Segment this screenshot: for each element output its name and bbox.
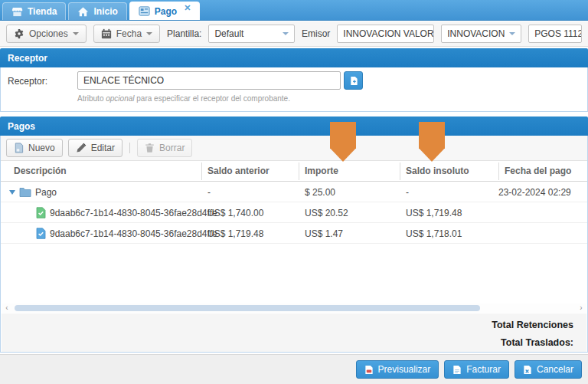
column-separator	[299, 162, 299, 180]
document-check-blue-icon	[36, 228, 46, 239]
nuevo-label: Nuevo	[28, 143, 55, 153]
row-importe: $ 25.00	[305, 187, 335, 198]
receptor-panel-title: Receptor	[8, 53, 47, 64]
column-separator	[201, 162, 202, 180]
pencil-icon	[76, 143, 87, 153]
chevron-down-icon	[283, 32, 289, 35]
tab-inicio[interactable]: Inicio	[68, 2, 126, 20]
column-separator	[498, 162, 499, 180]
previsualizar-label: Previsualizar	[378, 364, 431, 375]
footer-button-bar: Previsualizar Facturar Cancelar	[0, 354, 588, 384]
previsualizar-button[interactable]: Previsualizar	[356, 360, 439, 379]
row-saldo-insoluto: US$ 1,718.01	[406, 228, 462, 239]
table-row-documento-2[interactable]: 9daab6c7-1b14-4830-8045-36fae28d4ffe US$…	[1, 223, 587, 244]
plantilla-value: Default	[214, 28, 243, 39]
grid-header-row: Descripción Saldo anterior Importe Saldo…	[1, 161, 587, 182]
row-description: Pago	[35, 187, 57, 198]
main-toolbar: Opciones Fecha Plantilla: Default Emisor…	[0, 21, 588, 47]
horizontal-scrollbar[interactable]: ‹ ›	[2, 304, 586, 313]
store-icon	[11, 6, 23, 18]
borrar-label: Borrar	[159, 143, 185, 153]
folder-icon	[19, 187, 31, 197]
tab-label: Pago	[155, 6, 177, 17]
sucursal-combobox[interactable]: INNOVACION MATRIZ	[441, 25, 521, 43]
scrollbar-track[interactable]	[11, 304, 577, 312]
invoice-document-icon	[452, 365, 462, 375]
row-fecha-del-pago: 23-02-2024 02:29	[498, 187, 571, 198]
row-saldo-insoluto: -	[406, 187, 409, 198]
chevron-down-icon	[509, 32, 515, 35]
scroll-left-icon[interactable]: ‹	[2, 304, 11, 312]
total-traslados-label: Total Traslados:	[501, 337, 573, 348]
cancelar-button[interactable]: Cancelar	[514, 360, 582, 379]
tab-close-icon[interactable]: ✕	[184, 3, 191, 13]
receptor-helper-text: Atributo opcional para especificar el re…	[77, 94, 290, 103]
column-header-saldo-insoluto[interactable]: Saldo insoluto	[406, 166, 469, 176]
row-saldo-anterior: -	[207, 187, 211, 198]
facturar-label: Facturar	[466, 364, 501, 375]
pagos-panel-title: Pagos	[8, 121, 35, 132]
fecha-button[interactable]: Fecha	[93, 25, 160, 43]
column-header-saldo-anterior[interactable]: Saldo anterior	[207, 166, 270, 176]
nuevo-button[interactable]: Nuevo	[6, 139, 63, 157]
fecha-label: Fecha	[116, 28, 142, 39]
table-row-documento-1[interactable]: 9daab6c7-1b14-4830-8045-36fae28d4ffe US$…	[1, 202, 587, 223]
toolbar-separator	[129, 143, 130, 153]
row-importe: US$ 1.47	[305, 228, 343, 239]
opciones-label: Opciones	[29, 28, 68, 39]
column-header-importe[interactable]: Importe	[305, 166, 338, 176]
table-row-pago[interactable]: Pago - $ 25.00 - 23-02-2024 02:29	[1, 182, 587, 202]
row-saldo-anterior: US$ 1,719.48	[207, 228, 263, 239]
add-receptor-button[interactable]	[344, 71, 363, 90]
scroll-right-icon[interactable]: ›	[577, 304, 586, 312]
receptor-panel: Receptor Receptor: Atributo opcional par…	[0, 48, 588, 112]
trash-icon	[145, 143, 155, 153]
scrollbar-thumb[interactable]	[15, 305, 480, 311]
totals-summary: Total Retenciones Total Traslados: Total…	[2, 313, 586, 353]
opciones-button[interactable]: Opciones	[6, 25, 87, 43]
pagos-panel-header: Pagos	[0, 117, 588, 136]
emisor-combobox[interactable]: INNOVACION VALOR	[337, 25, 434, 43]
add-document-icon	[349, 76, 358, 86]
chevron-down-icon	[146, 32, 152, 35]
cancelar-label: Cancelar	[537, 364, 573, 375]
facturar-button[interactable]: Facturar	[444, 360, 509, 379]
editar-button[interactable]: Editar	[68, 139, 122, 157]
plantilla-combobox[interactable]: Default	[208, 25, 295, 43]
receptor-field-label: Receptor:	[8, 76, 47, 87]
sucursal-value: INNOVACION MATRIZ	[447, 28, 505, 39]
editar-label: Editar	[91, 143, 115, 153]
emisor-value: INNOVACION VALOR	[343, 28, 433, 39]
serie-combobox[interactable]: PGOS 11124	[528, 25, 582, 43]
pagos-panel: Pagos Nuevo Editar	[0, 117, 588, 353]
total-retenciones-label: Total Retenciones	[492, 320, 573, 330]
receptor-input[interactable]	[77, 71, 341, 90]
calendar-icon	[101, 28, 112, 39]
home-icon	[77, 6, 89, 18]
form-icon	[139, 5, 150, 17]
tree-expander-icon[interactable]	[9, 190, 15, 195]
serie-value: PGOS 11124	[534, 28, 582, 39]
receptor-panel-header: Receptor	[0, 48, 588, 67]
tab-label: Tienda	[28, 6, 57, 17]
pdf-preview-icon	[364, 365, 374, 375]
tab-pago[interactable]: Pago ✕	[129, 2, 201, 20]
cancel-document-icon	[523, 365, 532, 375]
new-document-icon	[14, 143, 24, 153]
tab-tienda[interactable]: Tienda	[2, 2, 66, 20]
borrar-button[interactable]: Borrar	[137, 139, 192, 157]
chevron-down-icon	[73, 32, 79, 35]
document-check-green-icon	[36, 207, 46, 218]
column-header-fecha-del-pago[interactable]: Fecha del pago	[505, 166, 571, 176]
row-description: 9daab6c7-1b14-4830-8045-36fae28d4ffe	[50, 208, 217, 218]
row-importe: US$ 20.52	[305, 208, 348, 218]
gear-icon	[14, 28, 24, 39]
column-separator	[400, 162, 400, 180]
tab-label: Inicio	[93, 6, 117, 17]
plantilla-label: Plantilla:	[167, 28, 201, 39]
tab-bar: Tienda Inicio Pago ✕	[0, 0, 588, 21]
column-header-descripcion[interactable]: Descripción	[14, 166, 67, 176]
pagos-toolbar: Nuevo Editar Borrar	[1, 136, 587, 161]
row-description: 9daab6c7-1b14-4830-8045-36fae28d4ffe	[50, 228, 217, 239]
row-saldo-anterior: US$ 1,740.00	[207, 208, 263, 218]
